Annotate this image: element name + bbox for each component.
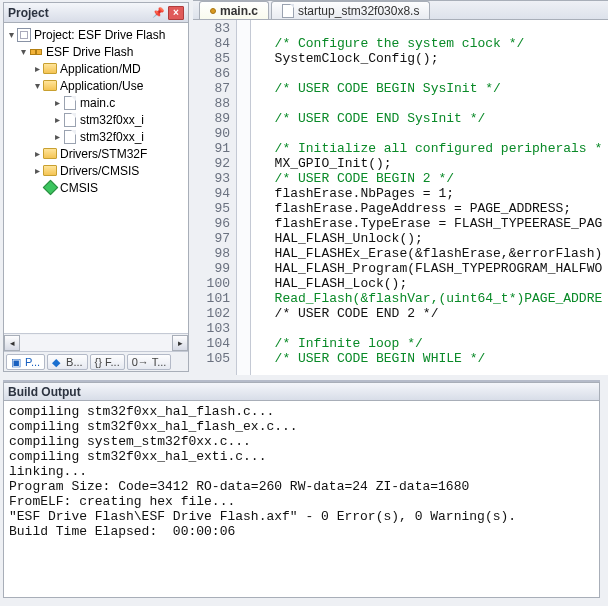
code-area[interactable]: 8384858687888990919293949596979899100101… bbox=[193, 20, 608, 375]
panel-pin-button[interactable]: 📌 bbox=[150, 6, 166, 20]
folder-icon bbox=[42, 163, 58, 179]
file-icon bbox=[282, 4, 294, 18]
editor-area: main.c startup_stm32f030x8.s 83848586878… bbox=[193, 0, 608, 375]
folder-icon bbox=[42, 146, 58, 162]
tree-group[interactable]: ▸ Drivers/CMSIS bbox=[4, 162, 188, 179]
functions-tab[interactable]: {} F... bbox=[90, 354, 125, 370]
tree-file[interactable]: ▸ stm32f0xx_i bbox=[4, 128, 188, 145]
project-tab-icon: ▣ bbox=[11, 356, 23, 368]
project-icon bbox=[16, 27, 32, 43]
target-icon bbox=[28, 44, 44, 60]
tree-file[interactable]: ▸ main.c bbox=[4, 94, 188, 111]
editor-tabs: main.c startup_stm32f030x8.s bbox=[193, 0, 608, 20]
line-number-gutter: 8384858687888990919293949596979899100101… bbox=[193, 20, 237, 375]
scroll-left-button[interactable]: ◂ bbox=[4, 335, 20, 351]
tree-cmsis[interactable]: ▸ CMSIS bbox=[4, 179, 188, 196]
templates-tab[interactable]: 0→ T... bbox=[127, 354, 172, 370]
tree-group[interactable]: ▸ Application/MD bbox=[4, 60, 188, 77]
tree-group[interactable]: ▾ Application/Use bbox=[4, 77, 188, 94]
folder-icon bbox=[42, 78, 58, 94]
file-icon bbox=[62, 112, 78, 128]
editor-tab-startup[interactable]: startup_stm32f030x8.s bbox=[271, 1, 430, 19]
diamond-icon bbox=[42, 180, 58, 196]
tree-group[interactable]: ▸ Drivers/STM32F bbox=[4, 145, 188, 162]
tree-target[interactable]: ▾ ESF Drive Flash bbox=[4, 43, 188, 60]
books-tab-icon: ◆ bbox=[52, 356, 64, 368]
code-text[interactable]: /* Configure the system clock */ SystemC… bbox=[251, 20, 608, 375]
build-output-title: Build Output bbox=[3, 382, 600, 401]
project-panel: Project 📌 × ▾ Project: ESF Drive Flash ▾… bbox=[3, 2, 189, 372]
fold-column[interactable] bbox=[237, 20, 251, 375]
file-icon bbox=[62, 95, 78, 111]
project-tab[interactable]: ▣P... bbox=[6, 354, 45, 370]
panel-close-button[interactable]: × bbox=[168, 6, 184, 20]
modified-dot-icon bbox=[210, 8, 216, 14]
project-titlebar: Project 📌 × bbox=[4, 3, 188, 23]
build-output-panel: Build Output compiling stm32f0xx_hal_fla… bbox=[3, 380, 600, 598]
folder-icon bbox=[42, 61, 58, 77]
project-hscroll[interactable]: ◂ ▸ bbox=[4, 333, 188, 351]
build-output-text[interactable]: compiling stm32f0xx_hal_flash.c... compi… bbox=[3, 401, 600, 598]
editor-tab-main[interactable]: main.c bbox=[199, 1, 269, 19]
tree-root[interactable]: ▾ Project: ESF Drive Flash bbox=[4, 26, 188, 43]
scroll-right-button[interactable]: ▸ bbox=[172, 335, 188, 351]
project-title: Project bbox=[8, 6, 49, 20]
project-tree[interactable]: ▾ Project: ESF Drive Flash ▾ ESF Drive F… bbox=[4, 23, 188, 331]
tree-file[interactable]: ▸ stm32f0xx_i bbox=[4, 111, 188, 128]
scroll-track[interactable] bbox=[20, 335, 172, 351]
file-icon bbox=[62, 129, 78, 145]
project-bottom-tabs: ▣P... ◆B... {} F... 0→ T... bbox=[4, 351, 188, 371]
books-tab[interactable]: ◆B... bbox=[47, 354, 88, 370]
